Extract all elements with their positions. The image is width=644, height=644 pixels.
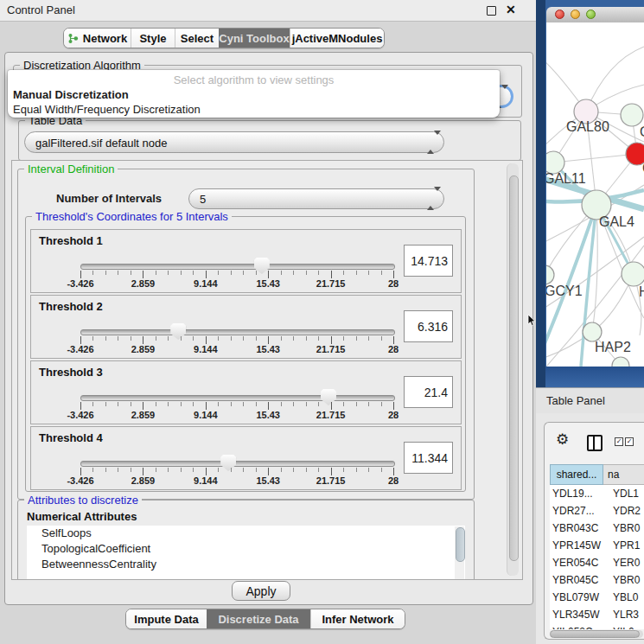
list-scrollbar[interactable] <box>455 526 464 580</box>
table-panel-title: Table Panel <box>546 394 605 407</box>
scale-label: 21.715 <box>316 475 346 486</box>
tab-discretize-data[interactable]: Discretize Data <box>207 609 310 628</box>
tab-infer-network[interactable]: Infer Network <box>310 609 405 628</box>
network-node-label: HAP2 <box>595 340 631 354</box>
scale-label: 28 <box>388 344 399 354</box>
top-tab-bar: Network Style Select Cyni Toolbox jActiv… <box>63 28 385 48</box>
threshold-value-field[interactable]: 11.344 <box>404 442 453 474</box>
tab-impute-data[interactable]: Impute Data <box>126 609 207 628</box>
network-node[interactable] <box>626 143 644 165</box>
scale-label: 2.859 <box>131 475 156 486</box>
tab-label: Cyni Toolbox <box>219 32 289 45</box>
scale-label: 21.715 <box>316 278 346 289</box>
numerical-attributes-title: Numerical Attributes <box>27 510 137 523</box>
scale-label: 15.43 <box>256 344 280 354</box>
network-window: GAL80GACGAL11GAL4GCY1HHAP2 <box>546 7 644 367</box>
bottom-tab-bar: Impute Data Discretize Data Infer Networ… <box>125 609 405 629</box>
attribute-list-item[interactable]: TopologicalCoefficient <box>27 541 465 557</box>
table-cell-shared-name[interactable]: YDR27... <box>550 502 606 520</box>
table-cell-name[interactable]: YBL0 <box>606 589 644 606</box>
scale-label: 2.859 <box>131 344 156 354</box>
attribute-list-item[interactable]: SelfLoops <box>27 526 465 541</box>
apply-button[interactable]: Apply <box>232 581 290 601</box>
dropdown-option-placeholder[interactable]: Select algorithm to view settings <box>8 73 500 87</box>
tab-label: Infer Network <box>322 613 393 626</box>
threshold-slider-track[interactable] <box>80 395 395 401</box>
table-cell-name[interactable]: YBR0 <box>606 571 644 589</box>
threshold-row-4: Threshold 4 -3.4262.8599.14415.4321.7152… <box>30 426 462 490</box>
threshold-value-field[interactable]: 6.316 <box>404 310 453 342</box>
vertical-scrollbar[interactable] <box>507 163 519 576</box>
threshold-slider-track[interactable] <box>80 264 395 270</box>
table-cell-name[interactable]: YBR0 <box>606 520 644 537</box>
column-header-shared-name[interactable]: shared... <box>550 464 603 485</box>
gear-icon[interactable]: ⚙ <box>556 432 569 447</box>
numerical-attributes-list: SelfLoopsTopologicalCoefficientBetweenne… <box>27 526 465 580</box>
table-cell-name[interactable]: YPR1 <box>606 537 644 554</box>
tab-style[interactable]: Style <box>131 29 175 48</box>
num-intervals-combobox[interactable]: 5 <box>188 188 444 209</box>
scrollbar-thumb[interactable] <box>550 630 640 638</box>
close-icon[interactable]: ✕ <box>506 3 516 16</box>
threshold-value-field[interactable]: 21.4 <box>404 376 453 408</box>
table-cell-shared-name[interactable]: YLR345W <box>550 606 606 623</box>
threshold-slider-track[interactable] <box>80 461 395 467</box>
table-cell-shared-name[interactable]: YBR043C <box>550 520 606 537</box>
table-cell-shared-name[interactable]: YIL052C <box>550 623 606 629</box>
scale-label: 2.859 <box>131 410 156 420</box>
scale-label: 21.715 <box>316 344 346 354</box>
right-region: GAL80GACGAL11GAL4GCY1HHAP2 Table Panel ⚙… <box>536 0 644 644</box>
table-cell-name[interactable]: YDR2 <box>606 502 644 520</box>
table-cell-name[interactable]: YLR3 <box>606 606 644 623</box>
table-cell-shared-name[interactable]: YBL079W <box>550 589 606 606</box>
attribute-list-item[interactable]: BetweennessCentrality <box>27 557 465 572</box>
table-rows: YDL19...YDL1YDR27...YDR2YBR043CYBR0YPR14… <box>550 485 644 629</box>
tab-select[interactable]: Select <box>175 29 219 48</box>
table-cell-shared-name[interactable]: YDL19... <box>550 485 606 502</box>
table-cell-shared-name[interactable]: YPR145W <box>550 537 606 554</box>
table-cell-shared-name[interactable]: YBR045C <box>550 571 606 589</box>
tab-network[interactable]: Network <box>64 29 131 48</box>
table-data-group: Table Data galFiltered.sif default node <box>18 120 521 161</box>
table-data-combobox[interactable]: galFiltered.sif default node <box>24 131 444 153</box>
network-canvas[interactable]: GAL80GACGAL11GAL4GCY1HHAP2 <box>546 22 644 367</box>
network-node[interactable] <box>621 104 643 126</box>
scale-label: 28 <box>388 278 399 289</box>
tab-cyni-toolbox[interactable]: Cyni Toolbox <box>219 29 290 48</box>
scale-label: 28 <box>388 410 399 420</box>
interval-definition-group: Interval Definition Number of Intervals … <box>17 169 475 500</box>
minimize-traffic-light[interactable] <box>571 10 580 19</box>
table-cell-shared-name[interactable]: YER054C <box>550 554 606 571</box>
float-window-icon[interactable] <box>487 6 496 16</box>
window-frame-bottom <box>545 367 644 387</box>
horizontal-scrollbar[interactable] <box>550 630 643 638</box>
select-columns-icon[interactable]: ✓ ✓ <box>615 437 634 446</box>
threshold-slider-track[interactable] <box>80 329 395 335</box>
network-node[interactable] <box>583 322 602 341</box>
zoom-traffic-light[interactable] <box>586 10 596 19</box>
scale-label: -3.426 <box>67 278 93 289</box>
tab-jactivemnodules[interactable]: jActiveMNodules <box>290 29 384 48</box>
table-row: YDR27...YDR2 <box>550 502 644 520</box>
column-header-name[interactable]: na <box>603 464 644 485</box>
columns-icon[interactable] <box>587 435 603 451</box>
table-row: YER054CYER0 <box>550 554 644 571</box>
dropdown-option-equal-width-frequency[interactable]: Equal Width/Frequency Discretization <box>8 102 500 117</box>
slider-scale-labels: -3.4262.8599.14415.4321.71528 <box>80 475 393 486</box>
network-node[interactable] <box>546 265 554 284</box>
tab-label: Style <box>139 32 166 45</box>
scrollbar-thumb[interactable] <box>509 175 519 561</box>
table-cell-name[interactable]: YER0 <box>606 554 644 571</box>
network-window-titlebar[interactable] <box>546 7 644 23</box>
tab-label: Discretize Data <box>218 613 298 626</box>
dropdown-option-manual-discretization[interactable]: Manual Discretization <box>8 87 500 102</box>
settings-scroll-area: Interval Definition Number of Intervals … <box>11 160 523 580</box>
network-node[interactable] <box>622 262 644 286</box>
table-cell-name[interactable]: YDL1 <box>606 485 644 502</box>
threshold-value-field[interactable]: 14.713 <box>404 245 453 277</box>
threshold-label: Threshold 3 <box>39 366 103 379</box>
close-traffic-light[interactable] <box>555 10 564 19</box>
table-cell-name[interactable]: YIL0 <box>606 623 644 629</box>
network-icon <box>67 33 79 44</box>
table-panel-titlebar: Table Panel <box>536 387 644 413</box>
